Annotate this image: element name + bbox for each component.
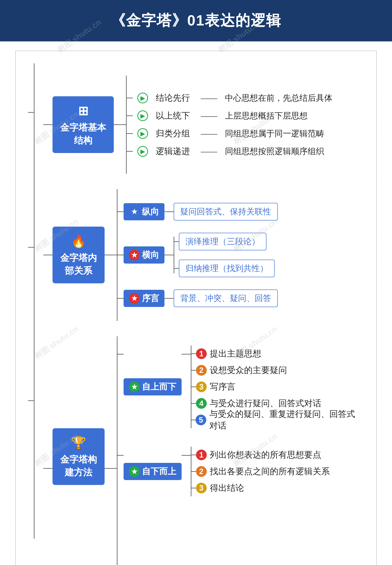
s2-b3-label: 序言 <box>142 293 159 304</box>
s1-b3-desc: 同组思想属于同一逻辑范畴 <box>225 128 324 139</box>
s3-b2-star: ★ <box>129 466 140 477</box>
s2-h2 <box>105 255 117 255</box>
s1-b2-dash: —— <box>201 111 217 120</box>
s2-b2-star: ★ <box>129 250 140 260</box>
s2-b2-leaf2: 归纳推理（找到共性） <box>174 260 275 277</box>
s3-b1-leaf5: 5 与受众的疑问、重复进行疑问、回答式对话 <box>191 412 358 428</box>
s2-b2-h2 <box>165 255 174 255</box>
s3-b1-l1-text: 提出主题思想 <box>210 348 261 359</box>
section-2: 🔥 金字塔内部关系 ★ 纵向 疑问回答式、保持关联性 <box>34 189 358 321</box>
s1-b1-dash: —— <box>201 93 217 103</box>
s2-b3-h <box>117 298 124 299</box>
s1-b1-desc: 中心思想在前，先总结后具体 <box>225 92 332 104</box>
s1-title: 金字塔基本结构 <box>60 122 106 146</box>
s3-b2-l1-num: 1 <box>196 449 207 460</box>
s3-b1-l3-num: 3 <box>196 382 207 392</box>
s2-connector-h <box>43 255 53 255</box>
s3-b2-leaf1: 1 列出你想表达的所有思想要点 <box>191 447 330 463</box>
s3-b2-h2 <box>182 455 191 456</box>
s1-b1-icon: ▶ <box>137 93 148 103</box>
s3-b1-l5-text: 与受众的疑问、重复进行疑问、回答式对话 <box>209 408 358 431</box>
s3-b1-h <box>117 354 124 355</box>
s2-title: 金字塔内部关系 <box>60 253 97 276</box>
s3-branches: ★ 自上而下 1 提出主题思想 <box>117 336 358 506</box>
s3-b2-label: 自下而上 <box>142 466 176 477</box>
s3-b1-l3-text: 写序言 <box>210 381 236 393</box>
s1-b3-label: 归类分组 <box>156 128 190 139</box>
s2-b2-leaves: 演绎推理（三段论） 归纳推理（找到共性） <box>174 233 275 277</box>
s2-b2-mid: ★ 横向 <box>124 246 165 264</box>
main-container: ⊞ 金字塔基本结构 ▶ 结论先行 —— 中心思想在前，先总结后具体 <box>15 51 377 565</box>
s3-b2-leaves: 1 列出你想表达的所有思想要点 2 找出各要点之间的所有逻辑关系 3 得出结论 <box>191 447 330 496</box>
s1-b4-icon: ▶ <box>137 146 148 157</box>
s3-b1-l3-h <box>191 387 196 387</box>
s3-b1-leaf1: 1 提出主题思想 <box>191 345 358 362</box>
s3-b2-l3-h <box>191 488 196 488</box>
s3-b2-l1-h <box>191 455 196 455</box>
s3-node: 🏆 金字塔构建方法 <box>53 428 105 485</box>
s3-b1-l4-num: 4 <box>196 398 207 409</box>
s3-b1-l4-h <box>191 403 196 404</box>
s2-b1-h <box>117 211 124 212</box>
s1-branch-1: ▶ 结论先行 —— 中心思想在前，先总结后具体 <box>127 92 332 104</box>
s2-icon: 🔥 <box>60 233 97 250</box>
s3-b2-l2-num: 2 <box>196 466 207 477</box>
s3-b1-l2-text: 设想受众的主要疑问 <box>210 364 287 376</box>
s1-branch-2: ▶ 以上统下 —— 上层思想概括下层思想 <box>127 110 332 122</box>
s1-b1-connector <box>127 98 133 98</box>
section-3: 🏆 金字塔构建方法 ★ 自上而下 <box>34 336 358 565</box>
s3-b1-l4-text: 与受众进行疑问、回答式对话 <box>210 398 321 409</box>
s1-b3-icon: ▶ <box>137 128 148 139</box>
s3-b1-star: ★ <box>129 382 140 392</box>
s3-b1-l2-num: 2 <box>196 365 207 376</box>
s3-b1-label: 自上而下 <box>142 381 176 393</box>
s2-b1-label: 纵向 <box>142 206 159 218</box>
s1-b4-dash: —— <box>201 147 217 156</box>
s3-b2-l2-h <box>191 471 196 472</box>
s3-b1-leaf2: 2 设想受众的主要疑问 <box>191 362 358 379</box>
s3-b1-leaf3: 3 写序言 <box>191 379 358 395</box>
s3-b1-leaves: 1 提出主题思想 2 设想受众的主要疑问 3 写序言 <box>191 345 358 428</box>
s3-b1-l5-num: 5 <box>196 415 206 425</box>
s1-b3-dash: —— <box>201 129 217 138</box>
s2-b1-leaf: 疑问回答式、保持关联性 <box>174 203 278 221</box>
s3-b2-l2-text: 找出各要点之间的所有逻辑关系 <box>210 466 330 477</box>
page-title: 《金字塔》01表达的逻辑 <box>0 0 392 41</box>
s1-b2-icon: ▶ <box>137 110 148 121</box>
s2-b1-star: ★ <box>129 206 140 217</box>
s3-b1-l2-h <box>191 370 196 371</box>
s3-b2-leaf3: 3 得出结论 <box>191 480 330 496</box>
s2-b2-label: 横向 <box>142 249 159 261</box>
s3-b2-l1-text: 列出你想表达的所有思想要点 <box>210 449 321 461</box>
s1-b3-connector <box>127 133 133 134</box>
s3-b2-h <box>117 455 124 456</box>
s2-b1-mid: ★ 纵向 <box>124 203 165 220</box>
s1-branch-4: ▶ 逻辑递进 —— 同组思想按照逻辑顺序组织 <box>127 146 332 157</box>
s3-b2-l3-num: 3 <box>196 483 207 493</box>
s3-b2-leaf2: 2 找出各要点之间的所有逻辑关系 <box>191 463 330 480</box>
s1-b4-desc: 同组思想按照逻辑顺序组织 <box>225 146 324 157</box>
s1-node: ⊞ 金字塔基本结构 <box>53 96 114 153</box>
s2-b2-leaf1-box: 演绎推理（三段论） <box>179 233 266 250</box>
s1-b2-desc: 上层思想概括下层思想 <box>225 110 308 121</box>
s2-b1-h2 <box>165 211 174 212</box>
s3-connector-h <box>43 468 53 469</box>
s2-branch-1: ★ 纵向 疑问回答式、保持关联性 <box>117 203 278 221</box>
s1-b4-label: 逻辑递进 <box>156 146 190 157</box>
s1-b4-connector <box>127 151 133 152</box>
s2-b3-leaf: 背景、冲突、疑问、回答 <box>174 289 278 307</box>
s1-b1-label: 结论先行 <box>156 92 190 104</box>
s3-title: 金字塔构建方法 <box>60 454 97 477</box>
s2-b3-star: ★ <box>129 293 140 304</box>
s1-b2-label: 以上统下 <box>156 110 190 122</box>
s3-branch-1: ★ 自上而下 1 提出主题思想 <box>117 345 358 428</box>
s2-branch-2: ★ 横向 演绎推理（三段论） 归纳推理（ <box>117 233 278 277</box>
s3-b1-l1-h <box>191 353 196 354</box>
s3-b1-mid: ★ 自上而下 <box>124 378 182 395</box>
s1-b2-connector <box>127 116 133 116</box>
s2-b2-leaf2-box: 归纳推理（找到共性） <box>179 260 275 277</box>
s1-h2 <box>114 124 126 125</box>
s2-branches: ★ 纵向 疑问回答式、保持关联性 ★ 横向 <box>117 197 278 313</box>
s3-b2-mid: ★ 自下而上 <box>124 463 182 480</box>
s2-node: 🔥 金字塔内部关系 <box>53 227 105 283</box>
